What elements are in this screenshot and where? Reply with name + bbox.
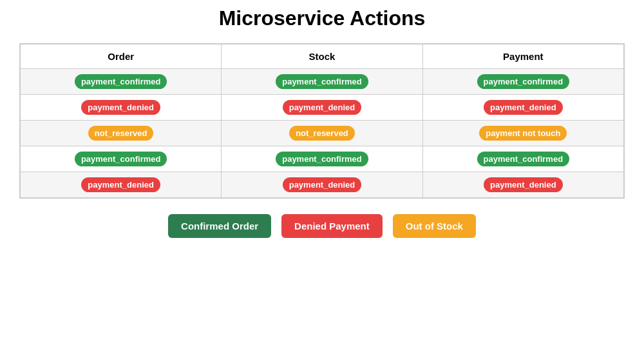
page-title: Microservice Actions bbox=[219, 6, 426, 30]
cell-order-0: payment_confirmed bbox=[21, 69, 222, 95]
confirmed-order-button[interactable]: Confirmed Order bbox=[168, 214, 271, 238]
cell-stock-2: not_reserved bbox=[222, 121, 422, 146]
badge-payment-2: payment not touch bbox=[479, 126, 567, 141]
cell-payment-3: payment_confirmed bbox=[422, 146, 623, 172]
badge-payment-3: payment_confirmed bbox=[477, 152, 570, 166]
table-row: payment_deniedpayment_deniedpayment_deni… bbox=[21, 95, 624, 121]
table-row: payment_deniedpayment_deniedpayment_deni… bbox=[21, 172, 624, 198]
cell-order-1: payment_denied bbox=[21, 95, 222, 121]
cell-payment-2: payment not touch bbox=[422, 121, 623, 146]
cell-payment-0: payment_confirmed bbox=[422, 69, 623, 95]
table-row: not_reservednot_reservedpayment not touc… bbox=[21, 121, 624, 146]
cell-order-4: payment_denied bbox=[21, 172, 222, 198]
cell-order-3: payment_confirmed bbox=[21, 146, 222, 172]
badge-payment-0: payment_confirmed bbox=[477, 74, 570, 89]
badge-order-2: not_reserved bbox=[88, 126, 154, 141]
col-header-payment: Payment bbox=[422, 44, 623, 69]
table-row: payment_confirmedpayment_confirmedpaymen… bbox=[21, 146, 624, 172]
badge-stock-0: payment_confirmed bbox=[276, 74, 368, 89]
badge-stock-1: payment_denied bbox=[283, 100, 362, 115]
badge-order-1: payment_denied bbox=[81, 100, 160, 115]
col-header-order: Order bbox=[21, 44, 222, 69]
col-header-stock: Stock bbox=[222, 44, 422, 69]
badge-order-3: payment_confirmed bbox=[75, 152, 167, 166]
badge-order-4: payment_denied bbox=[81, 177, 160, 192]
badge-stock-2: not_reserved bbox=[289, 126, 355, 141]
cell-payment-4: payment_denied bbox=[422, 172, 623, 198]
badge-stock-4: payment_denied bbox=[283, 177, 362, 192]
cell-payment-1: payment_denied bbox=[422, 95, 623, 121]
badge-order-0: payment_confirmed bbox=[75, 74, 167, 89]
table-row: payment_confirmedpayment_confirmedpaymen… bbox=[21, 69, 624, 95]
cell-stock-0: payment_confirmed bbox=[222, 69, 422, 95]
cell-order-2: not_reserved bbox=[21, 121, 222, 146]
badge-payment-4: payment_denied bbox=[484, 177, 563, 192]
out-of-stock-button[interactable]: Out of Stock bbox=[393, 214, 476, 238]
denied-payment-button[interactable]: Denied Payment bbox=[281, 214, 383, 238]
cell-stock-1: payment_denied bbox=[222, 95, 422, 121]
cell-stock-4: payment_denied bbox=[222, 172, 422, 198]
badge-payment-1: payment_denied bbox=[484, 100, 563, 115]
legend-area: Confirmed Order Denied Payment Out of St… bbox=[168, 214, 476, 238]
cell-stock-3: payment_confirmed bbox=[222, 146, 422, 172]
microservice-table: Order Stock Payment payment_confirmedpay… bbox=[19, 43, 625, 199]
badge-stock-3: payment_confirmed bbox=[276, 152, 368, 166]
